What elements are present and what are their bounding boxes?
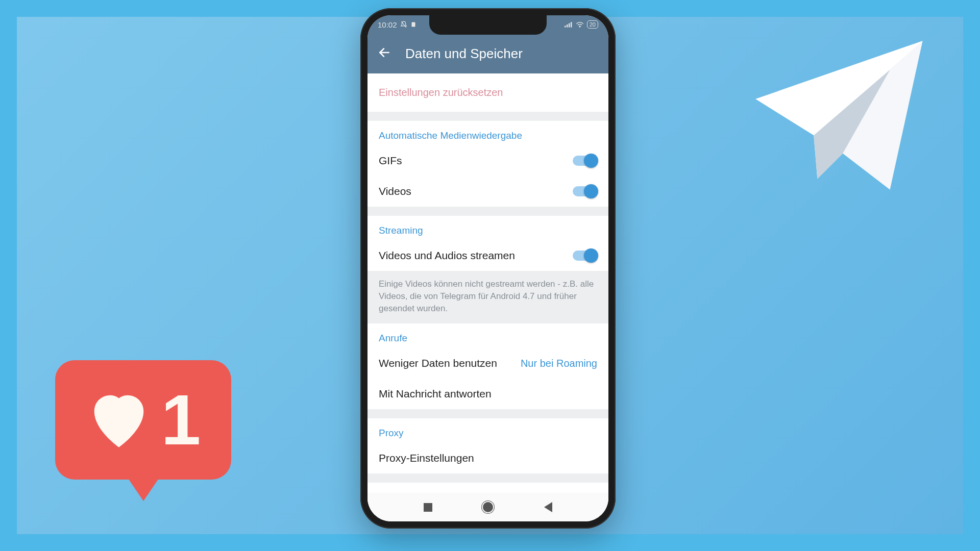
arrow-left-icon <box>378 46 391 59</box>
toggle-stream[interactable] <box>573 251 597 261</box>
signal-icon <box>565 21 573 28</box>
section-auto-media: Automatische Medienwiedergabe <box>368 121 608 145</box>
row-videos-label: Videos <box>379 185 411 197</box>
phone-notch <box>429 15 547 35</box>
row-gifs[interactable]: GIFs <box>368 145 608 176</box>
row-proxy-settings[interactable]: Proxy-Einstellungen <box>368 443 608 473</box>
nav-home-icon[interactable] <box>483 502 493 512</box>
row-less-data[interactable]: Weniger Daten benutzen Nur bei Roaming <box>368 348 608 379</box>
battery-level: 20 <box>587 20 598 29</box>
row-proxy-label: Proxy-Einstellungen <box>379 452 474 464</box>
row-gifs-label: GIFs <box>379 155 402 167</box>
svg-rect-6 <box>567 24 568 28</box>
row-delete-drafts[interactable]: Alle Cloud-Entwürfe löschen <box>368 483 608 493</box>
wifi-icon <box>576 21 584 28</box>
phone-screen: 10:02 20 Daten und Speicher Einstellunge… <box>368 15 608 521</box>
notifications-off-icon <box>400 21 407 28</box>
svg-rect-7 <box>569 23 570 28</box>
row-less-data-label: Weniger Daten benutzen <box>379 357 497 369</box>
nav-back-icon[interactable] <box>544 502 552 512</box>
svg-point-9 <box>579 26 580 27</box>
settings-content[interactable]: Einstellungen zurücksetzen Automatische … <box>368 73 608 493</box>
back-button[interactable] <box>376 44 393 63</box>
phone-frame: 10:02 20 Daten und Speicher Einstellunge… <box>360 8 616 529</box>
telegram-plane-icon <box>747 34 931 199</box>
row-reply-msg-label: Mit Nachricht antworten <box>379 388 492 400</box>
section-calls: Anrufe <box>368 323 608 348</box>
reset-label: Einstellungen zurücksetzen <box>379 87 503 98</box>
section-streaming: Streaming <box>368 216 608 240</box>
svg-rect-5 <box>565 26 566 27</box>
svg-rect-8 <box>571 22 572 27</box>
section-proxy: Proxy <box>368 418 608 443</box>
status-time: 10:02 <box>378 20 397 29</box>
page-title: Daten und Speicher <box>405 46 523 62</box>
like-count: 1 <box>161 379 201 461</box>
like-badge: 1 <box>55 360 231 480</box>
row-less-data-value: Nur bei Roaming <box>521 358 597 369</box>
heart-icon <box>86 390 152 450</box>
row-stream[interactable]: Videos und Audios streamen <box>368 240 608 271</box>
row-videos[interactable]: Videos <box>368 176 608 207</box>
row-stream-label: Videos und Audios streamen <box>379 249 515 262</box>
reset-settings-row[interactable]: Einstellungen zurücksetzen <box>368 73 608 112</box>
toggle-gifs[interactable] <box>573 156 597 166</box>
android-navbar <box>368 493 608 521</box>
toggle-videos[interactable] <box>573 186 597 196</box>
nav-recents-icon[interactable] <box>424 503 432 512</box>
sim-icon <box>410 21 416 28</box>
app-header: Daten und Speicher <box>368 34 608 73</box>
streaming-footer-note: Einige Videos können nicht gestreamt wer… <box>368 271 608 323</box>
svg-rect-4 <box>411 22 415 27</box>
row-reply-msg[interactable]: Mit Nachricht antworten <box>368 379 608 409</box>
